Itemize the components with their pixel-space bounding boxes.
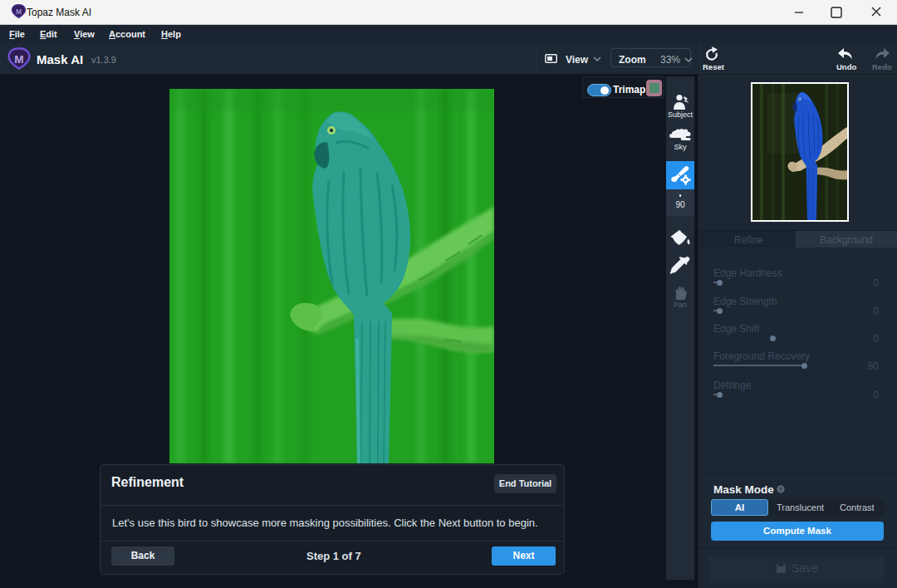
svg-text:?: ? — [779, 487, 782, 492]
svg-text:M: M — [16, 7, 22, 16]
svg-text:M: M — [14, 53, 23, 66]
